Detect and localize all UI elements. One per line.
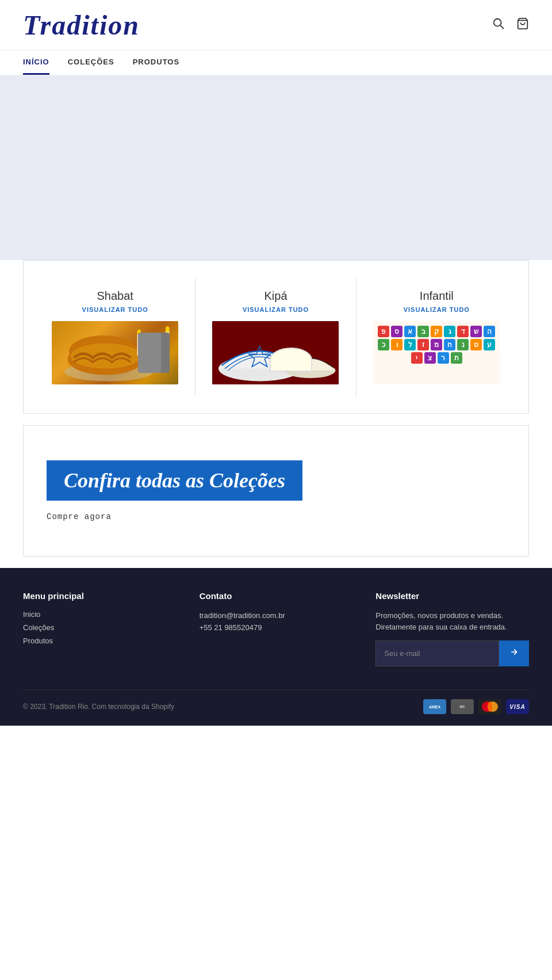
nav-item-inicio[interactable]: INÍCIO: [23, 51, 49, 75]
payment-icons: AMEX DC VISA: [423, 699, 529, 714]
promo-section: Confira todas as Coleções Compre agora: [23, 425, 529, 556]
letter-block: ח: [444, 339, 455, 350]
search-icon[interactable]: [492, 17, 505, 33]
collection-kipa: Kipá VISUALIZAR TUDO: [195, 278, 356, 396]
cart-icon[interactable]: [516, 17, 529, 33]
promo-title: Confira todas as Coleções: [64, 468, 285, 493]
letter-block: ל: [404, 339, 416, 350]
collections-grid: Shabat VISUALIZAR TUDO: [35, 278, 517, 396]
header-icons: [492, 17, 529, 33]
letter-block: י: [411, 352, 423, 364]
svg-line-1: [500, 25, 504, 29]
collection-title-shabat: Shabat: [41, 289, 189, 303]
logo: Tradition: [23, 9, 140, 41]
letter-block: ע: [484, 339, 495, 350]
collection-infantil: Infantil VISUALIZAR TUDO פסאבקגדשהכולזמח…: [356, 278, 517, 396]
svg-rect-6: [147, 337, 158, 363]
payment-mastercard: [478, 699, 501, 714]
letter-block: ה: [484, 326, 495, 337]
letter-block: ד: [457, 326, 469, 337]
collection-shabat: Shabat VISUALIZAR TUDO: [35, 278, 195, 396]
collection-link-shabat[interactable]: VISUALIZAR TUDO: [41, 306, 189, 313]
letter-block: ש: [470, 326, 482, 337]
collection-title-kipa: Kipá: [201, 289, 350, 303]
payment-amex: AMEX: [423, 699, 446, 714]
footer: Menu principal Inicio Coleções Produtos …: [0, 568, 552, 726]
letter-block: ז: [417, 339, 429, 350]
footer-phone: +55 21 985520479: [200, 622, 353, 634]
footer-link-colecoes[interactable]: Coleções: [23, 623, 177, 632]
footer-email: tradition@tradition.com.br: [200, 610, 353, 622]
letter-block: ק: [431, 326, 442, 337]
nav-item-colecoes[interactable]: COLEÇÕES: [68, 51, 114, 75]
svg-point-21: [488, 701, 492, 712]
svg-point-12: [166, 326, 170, 333]
footer-grid: Menu principal Inicio Coleções Produtos …: [23, 591, 529, 666]
footer-link-produtos[interactable]: Produtos: [23, 636, 177, 645]
footer-copyright: © 2023, Tradition Rio. Com tecnologia da…: [23, 703, 174, 711]
footer-menu: Menu principal Inicio Coleções Produtos: [23, 591, 177, 666]
hero-banner: [0, 76, 552, 260]
svg-point-7: [144, 334, 162, 340]
footer-menu-title: Menu principal: [23, 591, 177, 601]
collection-link-kipa[interactable]: VISUALIZAR TUDO: [201, 306, 350, 313]
footer-newsletter: Newsletter Promoções, novos produtos e v…: [375, 591, 529, 666]
collections-section: Shabat VISUALIZAR TUDO: [23, 260, 529, 414]
svg-point-0: [494, 18, 501, 26]
svg-rect-8: [144, 360, 162, 364]
nav-item-produtos[interactable]: PRODUTOS: [133, 51, 179, 75]
letter-block: ב: [417, 326, 429, 337]
letter-block: מ: [431, 339, 442, 350]
letter-block: ר: [438, 352, 449, 364]
footer-contact: Contato tradition@tradition.com.br +55 2…: [200, 591, 353, 666]
footer-newsletter-desc: Promoções, novos produtos e vendas. Dire…: [375, 610, 529, 632]
collection-image-kipa: [212, 321, 339, 384]
svg-point-10: [137, 329, 141, 335]
payment-diners: DC: [451, 699, 474, 714]
letter-block: כ: [378, 339, 389, 350]
footer-link-inicio[interactable]: Inicio: [23, 610, 177, 619]
svg-rect-11: [166, 331, 170, 356]
newsletter-email-input[interactable]: [375, 640, 499, 666]
letter-block: א: [404, 326, 416, 337]
footer-contact-title: Contato: [200, 591, 353, 601]
collection-image-infantil: פסאבקגדשהכולזמחנטעיצרת: [373, 321, 500, 384]
newsletter-form: [375, 640, 529, 666]
letter-block: נ: [457, 339, 469, 350]
letter-block: פ: [378, 326, 389, 337]
letter-block: ו: [391, 339, 402, 350]
footer-newsletter-title: Newsletter: [375, 591, 529, 601]
header: Tradition: [0, 0, 552, 51]
promo-title-box: Confira todas as Coleções: [47, 460, 302, 501]
letter-block: ג: [444, 326, 455, 337]
collection-title-infantil: Infantil: [362, 289, 511, 303]
letter-block: ת: [451, 352, 462, 364]
newsletter-submit-button[interactable]: [499, 640, 529, 666]
footer-bottom: © 2023, Tradition Rio. Com tecnologia da…: [23, 689, 529, 714]
letter-block: ס: [391, 326, 402, 337]
svg-rect-9: [137, 334, 141, 356]
collection-image-shabat: [52, 321, 178, 384]
promo-subtitle[interactable]: Compre agora: [47, 512, 505, 521]
collection-link-infantil[interactable]: VISUALIZAR TUDO: [362, 306, 511, 313]
letter-block: ט: [470, 339, 482, 350]
payment-visa: VISA: [506, 699, 529, 714]
letter-block: צ: [424, 352, 436, 364]
main-nav: INÍCIO COLEÇÕES PRODUTOS: [0, 51, 552, 76]
